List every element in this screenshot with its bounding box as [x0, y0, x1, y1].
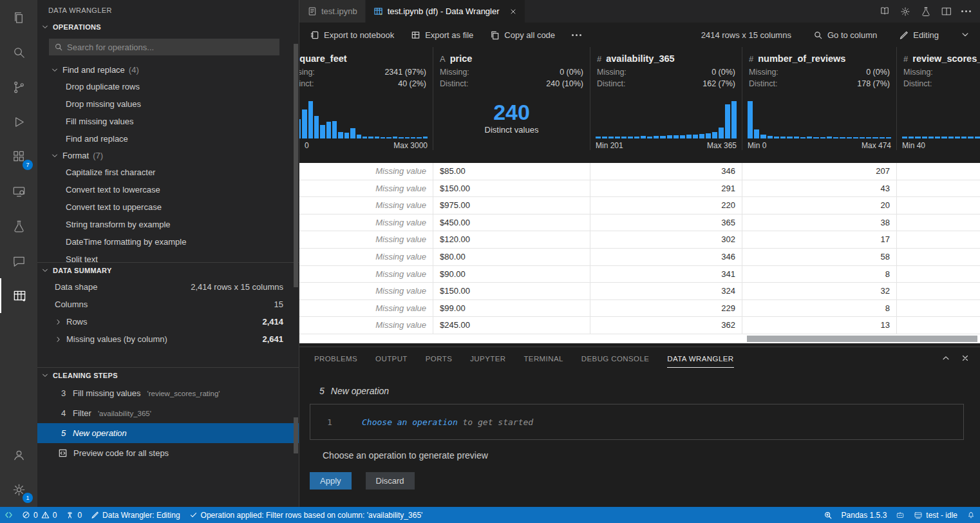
table-row[interactable]: Missing value$90.003418 — [299, 266, 980, 283]
table-row[interactable]: Missing value$150.0032432 — [299, 283, 980, 300]
operation-item[interactable]: Convert text to uppercase — [37, 198, 299, 216]
column-header-price[interactable]: Aprice Missing:0 (0%) Distinct:240 (10%)… — [433, 47, 590, 150]
settings-gear-icon[interactable]: 1 — [0, 472, 37, 507]
group-format[interactable]: Format (7) — [37, 147, 299, 164]
table-cell[interactable] — [897, 283, 980, 300]
column-header-square-feet[interactable]: #square_feet Missing:2341 (97%) Distinct… — [299, 47, 433, 150]
toolbar-more-icon[interactable] — [572, 34, 581, 36]
editing-mode-button[interactable]: Editing — [899, 30, 939, 40]
more-actions-icon[interactable] — [961, 10, 971, 12]
tab-data-wrangler-panel[interactable]: DATA WRANGLER — [667, 349, 733, 368]
table-cell[interactable]: 32 — [742, 283, 897, 300]
tab-test-ipynb[interactable]: test.ipynb — [299, 0, 366, 23]
table-cell[interactable]: Missing value — [299, 214, 433, 231]
table-cell[interactable]: 207 — [742, 163, 897, 180]
table-cell[interactable]: $975.00 — [433, 197, 590, 214]
table-cell[interactable]: 20 — [742, 197, 897, 214]
table-cell[interactable] — [897, 317, 980, 334]
table-cell[interactable]: Missing value — [299, 197, 433, 214]
table-cell[interactable]: Missing value — [299, 231, 433, 248]
table-cell[interactable]: 302 — [590, 231, 742, 248]
operation-item[interactable]: String transform by example — [37, 216, 299, 233]
table-cell[interactable]: 43 — [742, 180, 897, 197]
notifications-bell-icon[interactable] — [962, 507, 980, 523]
table-row[interactable]: Missing value$80.0034658 — [299, 249, 980, 266]
table-cell[interactable] — [897, 180, 980, 197]
operation-item[interactable]: Drop duplicate rows — [37, 78, 299, 95]
tab-terminal[interactable]: TERMINAL — [523, 349, 563, 368]
horizontal-scrollbar-thumb[interactable] — [747, 336, 977, 342]
chevron-down-icon[interactable] — [961, 30, 970, 39]
tab-data-wrangler[interactable]: test.ipynb (df) - Data Wrangler — [366, 0, 525, 23]
comments-icon[interactable] — [0, 243, 37, 278]
go-to-column-button[interactable]: Go to column — [813, 30, 877, 40]
table-cell[interactable]: Missing value — [299, 249, 433, 265]
operation-item[interactable]: Drop missing values — [37, 95, 299, 113]
operation-item[interactable]: Convert text to lowercase — [37, 181, 299, 198]
table-cell[interactable]: Missing value — [299, 180, 433, 197]
table-cell[interactable]: 17 — [742, 231, 897, 248]
cleaning-step[interactable]: 3 Fill missing values 'review_scores_rat… — [37, 383, 299, 403]
column-header-review-scores[interactable]: #review_scores_rating Missing: Distinct:… — [897, 47, 980, 150]
table-cell[interactable] — [897, 300, 980, 317]
column-header-availability-365[interactable]: #availability_365 Missing:0 (0%) Distinc… — [590, 47, 742, 150]
operation-item[interactable]: Find and replace — [37, 130, 299, 147]
table-cell[interactable]: $245.00 — [433, 317, 590, 334]
apply-button[interactable]: Apply — [310, 472, 352, 490]
operation-item[interactable]: Fill missing values — [37, 113, 299, 130]
cleaning-steps-section-header[interactable]: CLEANING STEPS — [37, 367, 299, 383]
table-cell[interactable]: $85.00 — [433, 163, 590, 180]
table-cell[interactable]: Missing value — [299, 300, 433, 317]
operation-applied-status[interactable]: Operation applied: Filter rows based on … — [185, 507, 428, 523]
table-cell[interactable]: Missing value — [299, 317, 433, 334]
tab-debug-console[interactable]: DEBUG CONSOLE — [581, 349, 650, 368]
table-cell[interactable]: 362 — [590, 317, 742, 334]
table-row[interactable]: Missing value$150.0029143 — [299, 180, 980, 198]
operation-item[interactable]: Split text — [37, 251, 299, 262]
data-summary-section-header[interactable]: DATA SUMMARY — [37, 262, 299, 278]
table-cell[interactable]: $150.00 — [433, 180, 590, 197]
table-row[interactable]: Missing value$120.0030217 — [299, 231, 980, 249]
table-cell[interactable]: $80.00 — [433, 249, 590, 265]
table-cell[interactable] — [897, 197, 980, 214]
tab-jupyter[interactable]: JUPYTER — [470, 349, 505, 368]
operation-item[interactable]: DateTime formatting by example — [37, 233, 299, 251]
extensions-icon[interactable]: 7 — [0, 139, 37, 174]
summary-row-missing-values[interactable]: Missing values (by column) 2,641 — [37, 330, 299, 348]
cleaning-step-selected[interactable]: 5 New operation — [37, 423, 299, 443]
tab-problems[interactable]: PROBLEMS — [314, 349, 357, 368]
close-tab-icon[interactable] — [509, 8, 517, 15]
ports-status[interactable]: 0 — [61, 507, 86, 523]
beaker-icon[interactable] — [920, 6, 932, 17]
chevron-up-icon[interactable] — [941, 354, 950, 363]
table-row[interactable]: Missing value$85.00346207 — [299, 163, 980, 180]
table-cell[interactable]: $120.00 — [433, 231, 590, 248]
copilot-icon[interactable] — [891, 507, 909, 523]
search-input[interactable] — [49, 39, 279, 55]
data-wrangler-icon[interactable] — [0, 278, 37, 313]
table-cell[interactable]: 341 — [590, 266, 742, 283]
testing-icon[interactable] — [0, 209, 37, 243]
table-cell[interactable]: 8 — [742, 266, 897, 283]
kernel-status[interactable]: test - idle — [909, 507, 962, 523]
remote-indicator-icon[interactable] — [0, 507, 17, 523]
table-cell[interactable]: 324 — [590, 283, 742, 300]
table-cell[interactable] — [897, 163, 980, 180]
remote-explorer-icon[interactable] — [0, 174, 37, 209]
export-as-file-button[interactable]: Export as file — [411, 30, 473, 40]
problems-status[interactable]: 0 0 — [17, 507, 61, 523]
table-cell[interactable]: 291 — [590, 180, 742, 197]
table-cell[interactable]: 220 — [590, 197, 742, 214]
zoom-icon[interactable] — [819, 507, 837, 523]
table-cell[interactable] — [897, 214, 980, 231]
code-preview-box[interactable]: 1 Choose an operation to get started — [310, 404, 964, 440]
table-row[interactable]: Missing value$450.0036538 — [299, 214, 980, 232]
cleaning-steps-scrollbar[interactable] — [294, 417, 298, 453]
table-cell[interactable]: 38 — [742, 214, 897, 231]
close-panel-icon[interactable] — [961, 354, 970, 363]
accounts-icon[interactable] — [0, 437, 37, 472]
explorer-icon[interactable] — [0, 0, 37, 35]
preview-code-button[interactable]: Preview code for all steps — [37, 443, 299, 463]
copy-all-code-button[interactable]: Copy all code — [490, 30, 555, 40]
table-cell[interactable] — [897, 231, 980, 248]
